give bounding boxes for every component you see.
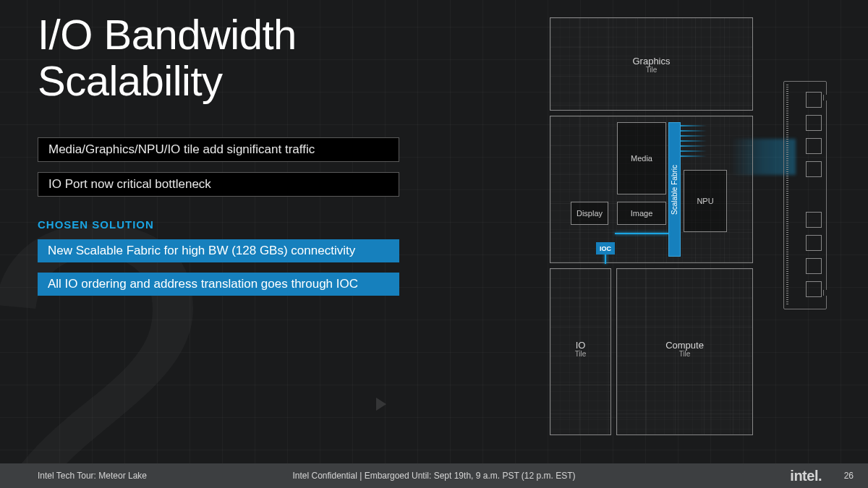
- compute-label: Compute: [665, 340, 704, 351]
- media-block: Media: [617, 122, 666, 194]
- graphics-sublabel: Tile: [550, 66, 752, 74]
- display-block: Display: [571, 202, 608, 225]
- io-sublabel: Tile: [550, 350, 610, 358]
- chip-diagram: Graphics Tile Media NPU Display Image Sc…: [550, 17, 753, 435]
- fabric-lines: [681, 125, 707, 160]
- slide-title: I/O Bandwidth Scalability: [38, 12, 297, 104]
- ioc-block: IOC: [596, 242, 615, 254]
- problem-bullet-1: Media/Graphics/NPU/IO tile add significa…: [38, 137, 399, 162]
- chosen-solution-heading: CHOSEN SOLUTION: [38, 218, 399, 231]
- npu-block: NPU: [684, 170, 727, 232]
- title-line-1: I/O Bandwidth: [38, 11, 297, 58]
- image-block: Image: [617, 202, 666, 225]
- page-number: 26: [844, 471, 854, 481]
- problem-bullet-2: IO Port now critical bottleneck: [38, 172, 399, 197]
- graphics-label: Graphics: [632, 56, 670, 67]
- ioc-line-h: [615, 233, 668, 234]
- io-tile: IO Tile: [550, 268, 611, 435]
- compute-tile: Compute Tile: [616, 268, 753, 435]
- bullet-column: Media/Graphics/NPU/IO tile add significa…: [38, 137, 399, 306]
- solution-bullet-1: New Scalable Fabric for high BW (128 GBs…: [38, 239, 399, 262]
- io-label: IO: [576, 340, 586, 351]
- graphics-tile: Graphics Tile: [550, 17, 753, 111]
- footer-center: Intel Confidential | Embargoed Until: Se…: [292, 471, 575, 481]
- compute-sublabel: Tile: [617, 350, 752, 358]
- solution-bullet-2: All IO ordering and address translation …: [38, 273, 399, 296]
- footer-bar: Intel Tech Tour: Meteor Lake Intel Confi…: [0, 463, 868, 488]
- memory-dimm-icon: [783, 81, 827, 309]
- scalable-fabric: Scalable Fabric: [668, 122, 681, 257]
- title-line-2: Scalability: [38, 57, 223, 104]
- intel-logo: intel.: [790, 468, 822, 484]
- arrow-icon: [376, 398, 386, 411]
- footer-left: Intel Tech Tour: Meteor Lake: [38, 471, 147, 481]
- soc-tile: Media NPU Display Image Scalable Fabric …: [550, 116, 753, 263]
